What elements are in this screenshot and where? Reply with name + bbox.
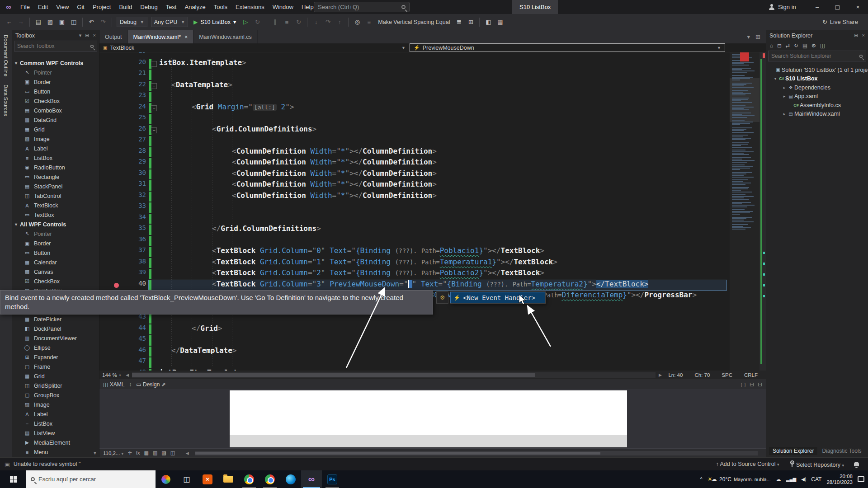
toolbox-item-canvas[interactable]: ▩Canvas [12, 267, 99, 277]
menu-analyze[interactable]: Analyze [180, 0, 209, 14]
quick-actions-icon[interactable]: ⚙ [436, 291, 448, 304]
nav-back-icon[interactable]: ← [4, 17, 14, 28]
tab-options-icon[interactable]: ⊞ [755, 33, 760, 40]
member-dropdown[interactable]: ⚡ PreviewMouseDown ▼ [410, 43, 725, 52]
scroll-left-icon[interactable]: ◀ [124, 373, 131, 377]
office-app-icon[interactable]: × [197, 470, 218, 488]
tree-item-assemblyinfo-cs[interactable]: C#AssemblyInfo.cs [766, 101, 868, 110]
network-icon[interactable]: ▂▄▆ [786, 477, 796, 482]
preview-icon[interactable]: ◫ [820, 42, 825, 49]
minimize-button[interactable]: – [807, 0, 827, 14]
code-line[interactable]: 36 [99, 235, 728, 247]
bottom-tab-solution-explorer[interactable]: Solution Explorer [769, 447, 817, 455]
code-line[interactable]: 30<ColumnDefinition Width="*"></ColumnDe… [99, 169, 728, 180]
design-tab[interactable]: ▭ Design ⬈ [136, 381, 165, 388]
live-share-button[interactable]: ↻Live Share [822, 19, 864, 25]
code-line[interactable]: 31<ColumnDefinition Width="*"></ColumnDe… [99, 180, 728, 191]
step-out-icon[interactable]: ↑ [334, 17, 345, 28]
align-lefts-icon[interactable]: ≡ [363, 17, 374, 28]
code-line[interactable]: 24−<Grid Margin="[all:] 2"> [99, 103, 728, 114]
refresh-icon[interactable]: ↻ [794, 42, 798, 49]
tree-item-solution-s10-listbox-1-of-1-projec[interactable]: ▣Solution 'S10 ListBox' (1 of 1 projec [766, 66, 868, 75]
new-file-icon[interactable]: ▤ [33, 17, 44, 28]
doc-outline-icon[interactable]: ◧ [483, 17, 494, 28]
toolbox-item-listbox[interactable]: ≡ListBox [12, 153, 99, 163]
search-highlights-icon[interactable] [156, 470, 176, 488]
design-horizontal-scrollbar[interactable] [195, 451, 758, 455]
code-line[interactable]: 35</Grid.ColumnDefinitions> [99, 224, 728, 235]
toolbox-item-documentviewer[interactable]: ▥DocumentViewer [12, 333, 99, 343]
code-line[interactable]: 34 [99, 213, 728, 225]
properties-icon[interactable]: ⚙ [811, 42, 816, 49]
design-window-preview[interactable] [230, 390, 627, 435]
chevron-down-icon[interactable]: ▾ [747, 33, 750, 40]
code-line[interactable]: 25 [99, 113, 728, 125]
notification-center-icon[interactable] [858, 476, 864, 482]
menu-build[interactable]: Build [115, 0, 136, 14]
vertical-scrollbar[interactable] [760, 52, 766, 371]
code-line[interactable]: 40<TextBlock Grid.Column="3" PreviewMous… [99, 280, 728, 291]
design-tool-icon-1[interactable]: fx [136, 450, 140, 455]
sync-selection-icon[interactable]: ⇄ [786, 42, 790, 49]
chrome-icon[interactable] [239, 470, 259, 488]
scroll-down-icon[interactable]: ▼ [93, 450, 97, 455]
design-tool-icon-0[interactable]: ✛ [128, 450, 132, 455]
toolbox-item-grid[interactable]: ▦Grid [12, 371, 99, 381]
toolbox-group-common-wpf-controls[interactable]: ▾Common WPF Controls [12, 58, 99, 68]
toolbox-item-gridsplitter[interactable]: ◫GridSplitter [12, 381, 99, 390]
weather-widget[interactable]: ☀☁ 20°C Mayorm. nubla... [707, 476, 770, 483]
chevron-collapsed-icon[interactable]: ▸ [782, 85, 787, 90]
menu-tools[interactable]: Tools [210, 0, 231, 14]
tree-item-app-xaml[interactable]: ▸▤App.xaml [766, 92, 868, 101]
toolbox-item-menu[interactable]: ≡Menu [12, 447, 99, 457]
code-line[interactable]: 19 [99, 52, 728, 58]
tab-output[interactable]: Output [99, 30, 128, 43]
code-line[interactable]: 38<TextBlock Grid.Column="1" Text="{Bind… [99, 258, 728, 269]
horizontal-scrollbar[interactable] [132, 372, 656, 378]
toolbox-group-all-wpf-controls[interactable]: ▾All WPF Controls [12, 220, 99, 229]
photoshop-icon[interactable]: Ps [322, 470, 343, 488]
toolbox-item-datepicker[interactable]: ▦DatePicker [12, 314, 99, 324]
split-vertical-icon[interactable]: ⊟ [750, 381, 754, 388]
code-line[interactable]: 44</Grid> [99, 324, 728, 335]
toolbox-item-groupbox[interactable]: ▢GroupBox [12, 390, 99, 400]
chevron-collapsed-icon[interactable]: ▸ [782, 112, 787, 116]
code-line[interactable]: 32<ColumnDefinition Width="*"></ColumnDe… [99, 191, 728, 202]
minimap[interactable] [730, 52, 760, 371]
spacing-equal-icon[interactable]: ≣ [453, 17, 464, 28]
tab-mainwindow-xaml-[interactable]: MainWindow.xaml*× [128, 30, 194, 43]
close-icon[interactable]: × [862, 33, 865, 38]
stop-icon[interactable]: ■ [281, 17, 292, 28]
toolbox-search-input[interactable]: Search Toolbox [14, 41, 97, 52]
toolbox-item-tabcontrol[interactable]: ◫TabControl [12, 191, 99, 201]
menu-project[interactable]: Project [89, 0, 115, 14]
tab-mainwindow-xaml-cs[interactable]: MainWindow.xaml.cs [193, 30, 258, 43]
toolbox-item-textbox[interactable]: ▭TextBox [12, 210, 99, 220]
toolbox-item-stackpanel[interactable]: ▤StackPanel [12, 182, 99, 191]
menu-view[interactable]: View [52, 0, 73, 14]
start-debug-button[interactable]: ▶S10 ListBox▾ [190, 17, 239, 28]
sign-in-button[interactable]: Sign in [769, 0, 796, 14]
fold-collapse-icon[interactable]: − [151, 83, 157, 89]
code-line[interactable]: 33 [99, 202, 728, 213]
quick-search-box[interactable]: Search (Ctrl+Q) [314, 2, 410, 12]
pin-icon[interactable]: ⊟ [854, 33, 858, 38]
code-line[interactable]: 27 [99, 136, 728, 147]
menu-git[interactable]: Git [73, 0, 89, 14]
start-button[interactable] [0, 470, 26, 488]
tray-chevron-icon[interactable]: ^ [700, 477, 703, 482]
side-tab-document-outline[interactable]: Document Outline [3, 35, 9, 76]
side-tab-data-sources[interactable]: Data Sources [3, 84, 9, 116]
chevron-down-icon[interactable]: ▾ [79, 33, 82, 38]
solution-platform-combo[interactable]: Any CPU▼ [151, 17, 188, 27]
code-line[interactable]: 23 [99, 91, 728, 103]
toolbox-item-label[interactable]: ALabel [12, 144, 99, 153]
add-to-source-control-button[interactable]: ↑ Add to Source Control ▾ [716, 461, 779, 467]
onedrive-icon[interactable]: ☁ [776, 476, 781, 483]
toolbox-item-listbox[interactable]: ≡ListBox [12, 419, 99, 428]
design-listbox-preview[interactable] [230, 435, 627, 447]
step-over-icon[interactable]: ↷ [322, 17, 333, 28]
menu-file[interactable]: File [16, 0, 34, 14]
code-line[interactable]: 20−istBox.ItemTemplate> [99, 58, 728, 70]
code-line[interactable]: 39<TextBlock Grid.Column="2" Text="{Bind… [99, 268, 728, 280]
